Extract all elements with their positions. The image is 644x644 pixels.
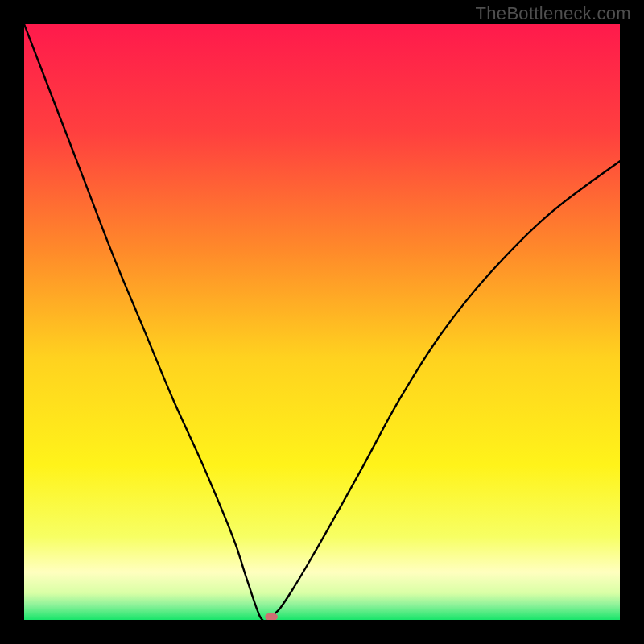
watermark-text: TheBottleneck.com <box>476 3 631 24</box>
plot-svg <box>24 24 620 620</box>
plot-area <box>24 24 620 620</box>
heatmap-background <box>24 24 620 620</box>
chart-frame: TheBottleneck.com <box>0 0 644 644</box>
